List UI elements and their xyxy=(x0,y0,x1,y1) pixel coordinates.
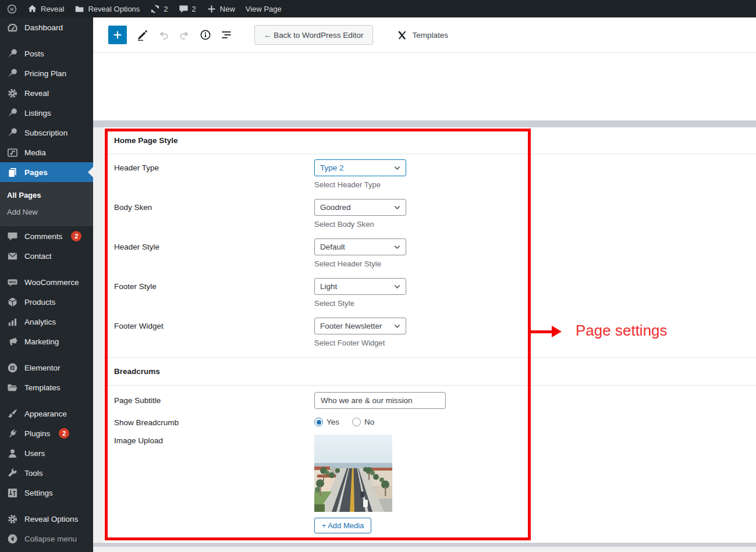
adminbar-item-updates[interactable]: 2 xyxy=(145,0,173,17)
adminbar-item-new[interactable]: New xyxy=(201,0,240,17)
radio-dot[interactable] xyxy=(352,418,361,426)
adminbar-label: Reveal Options xyxy=(88,5,140,13)
field-row-show-breadcrumb: Show BreadcrumbYesNo xyxy=(104,418,756,427)
metabox-separator-bottom xyxy=(93,543,756,547)
block-inserter-button[interactable] xyxy=(108,26,127,44)
field-helper: Select Footer Widget xyxy=(314,339,406,347)
sidebar-subitem-add-new[interactable]: Add New xyxy=(0,204,93,220)
adminbar-item-comments[interactable]: 2 xyxy=(173,0,201,17)
editor-toolbar: ← Back to WordPress Editor Templates xyxy=(93,17,756,53)
sidebar-group: WooCommerceProductsAnalyticsMarketing xyxy=(0,272,93,351)
sidebar-item-label: Reveal xyxy=(24,89,49,98)
details-button[interactable] xyxy=(195,24,216,45)
templates-button[interactable]: Templates xyxy=(396,30,449,41)
breadcrumb-image-thumbnail[interactable] xyxy=(314,435,392,512)
sidebar-item-pages[interactable]: Pages xyxy=(0,162,93,182)
field-row-footer-style: Footer StyleLightSelect Style xyxy=(104,278,756,318)
undo-icon xyxy=(158,29,169,41)
field-control: Type 2Select Header Type xyxy=(314,159,406,199)
gear-icon xyxy=(7,88,18,99)
pin-icon xyxy=(7,108,18,119)
add-media-button[interactable]: + Add Media xyxy=(314,518,371,533)
sidebar-item-contact[interactable]: Contact xyxy=(0,246,93,266)
elementor-icon xyxy=(7,362,18,373)
field-row-body-sken: Body SkenGoodredSelect Body Sken xyxy=(104,199,756,238)
sidebar-item-label: Reveal Options xyxy=(24,515,78,523)
header-style-select[interactable]: Default xyxy=(314,238,406,255)
adminbar-item-view-page[interactable]: View Page xyxy=(240,0,287,17)
templates-logo-icon xyxy=(396,30,407,41)
sidebar-item-reveal-options[interactable]: Reveal Options xyxy=(0,509,93,529)
back-to-wordpress-editor-button[interactable]: ← Back to WordPress Editor xyxy=(254,25,373,45)
sidebar-item-tools[interactable]: Tools xyxy=(0,463,93,483)
field-label: Image Upload xyxy=(104,435,314,533)
sidebar-item-label: Marketing xyxy=(24,337,59,346)
sidebar-item-analytics[interactable]: Analytics xyxy=(0,312,93,332)
sidebar-item-pricing-plan[interactable]: Pricing Plan xyxy=(0,63,93,83)
metabox-area: Home Page Style Header TypeType 2Select … xyxy=(93,127,756,543)
field-control: Footer NewsletterSelect Footer Widget xyxy=(314,318,406,357)
sidebar-item-label: Subscription xyxy=(24,129,68,137)
plus-icon xyxy=(207,4,216,14)
sidebar-item-woocommerce[interactable]: WooCommerce xyxy=(0,272,93,292)
templates-label: Templates xyxy=(413,31,449,40)
sidebar-item-products[interactable]: Products xyxy=(0,292,93,312)
sidebar-item-marketing[interactable]: Marketing xyxy=(0,332,93,351)
info-icon xyxy=(200,29,211,41)
sidebar-item-dashboard[interactable]: Dashboard xyxy=(0,17,93,37)
footer-widget-select[interactable]: Footer Newsletter xyxy=(314,318,406,334)
show-breadcrumb-radio-yes[interactable]: Yes xyxy=(314,418,339,426)
sidebar-item-subscription[interactable]: Subscription xyxy=(0,123,93,143)
list-view-button[interactable] xyxy=(216,24,237,45)
sidebar-group: Reveal OptionsCollapse menu xyxy=(0,509,93,549)
sidebar-item-plugins[interactable]: Plugins2 xyxy=(0,423,93,443)
pin-icon xyxy=(7,68,18,79)
show-breadcrumb-radio-no[interactable]: No xyxy=(352,418,374,426)
home-icon xyxy=(27,4,37,14)
sidebar-item-label: Users xyxy=(24,449,45,458)
list-view-icon xyxy=(221,29,232,41)
metabox-separator-top xyxy=(93,120,756,127)
sidebar-item-comments[interactable]: Comments2 xyxy=(0,226,93,246)
tfolder-icon xyxy=(7,382,18,393)
sidebar-subitem-all-pages[interactable]: All Pages xyxy=(0,187,93,204)
adminbar-item-reveal-options[interactable]: Reveal Options xyxy=(69,0,145,17)
sidebar-item-listings[interactable]: Listings xyxy=(0,103,93,123)
plug-icon xyxy=(7,428,18,439)
header-type-select[interactable]: Type 2 xyxy=(314,159,406,176)
body-sken-select[interactable]: Goodred xyxy=(314,199,406,216)
sidebar-item-elementor[interactable]: Elementor xyxy=(0,358,93,378)
footer-style-select[interactable]: Light xyxy=(314,278,406,295)
adminbar-item-site-reveal[interactable]: Reveal xyxy=(22,0,69,17)
undo-button[interactable] xyxy=(153,24,174,45)
field-label: Footer Widget xyxy=(104,318,314,357)
select-value: Default xyxy=(320,243,345,251)
sidebar-item-label: Templates xyxy=(24,383,61,392)
redo-button[interactable] xyxy=(174,24,195,45)
sidebar-submenu: All PagesAdd New xyxy=(0,182,93,226)
page-subtitle-input[interactable] xyxy=(314,392,446,409)
radio-dot[interactable] xyxy=(314,418,323,426)
sidebar-item-templates[interactable]: Templates xyxy=(0,378,93,397)
sidebar-item-settings[interactable]: Settings xyxy=(0,483,93,503)
sidebar-item-label: Plugins xyxy=(24,429,50,438)
edit-mode-button[interactable] xyxy=(132,24,153,45)
select-value: Goodred xyxy=(320,203,351,212)
media-icon xyxy=(7,147,18,158)
field-label: Body Sken xyxy=(104,199,314,238)
sidebar-item-label: WooCommerce xyxy=(24,278,79,287)
count-badge: 2 xyxy=(71,231,81,241)
sidebar-group: ElementorTemplates xyxy=(0,358,93,397)
sidebar-item-reveal[interactable]: Reveal xyxy=(0,83,93,103)
field-label: Show Breadcrumb xyxy=(104,418,314,427)
box-icon xyxy=(7,297,18,308)
sidebar-item-users[interactable]: Users xyxy=(0,443,93,463)
sidebar-item-collapse-menu[interactable]: Collapse menu xyxy=(0,529,93,549)
sidebar-item-posts[interactable]: Posts xyxy=(0,44,93,63)
sidebar-item-media[interactable]: Media xyxy=(0,143,93,162)
sidebar-item-label: Contact xyxy=(24,252,52,261)
sidebar-item-appearance[interactable]: Appearance xyxy=(0,404,93,423)
adminbar-item-wordpress-logo[interactable] xyxy=(2,0,22,17)
sidebar-item-label: Tools xyxy=(24,469,43,478)
sidebar-item-label: Listings xyxy=(24,109,51,117)
